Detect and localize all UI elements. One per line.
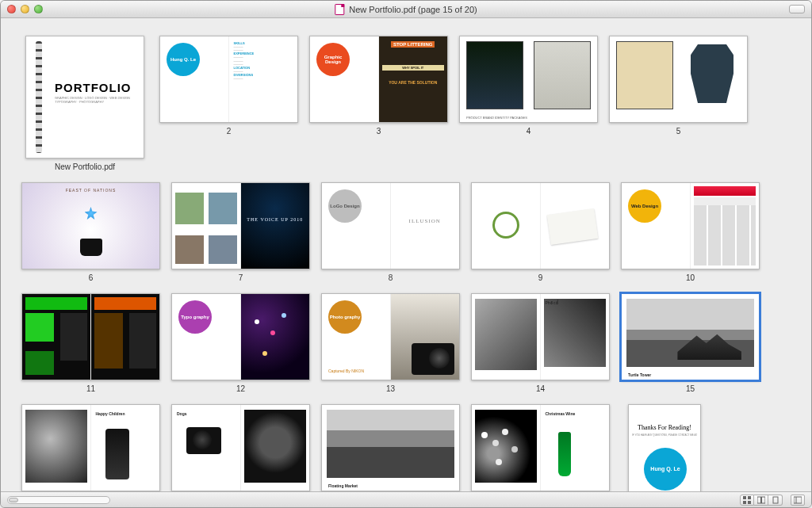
page-number: 8 xyxy=(389,273,393,282)
caption: Floating Market xyxy=(328,483,358,488)
caption: Happy Children xyxy=(96,411,125,416)
sidebar-toggle-button[interactable] xyxy=(791,495,805,506)
page-thumb-15[interactable]: Turtle Tower 15 xyxy=(621,293,760,393)
spiral-binding-icon xyxy=(36,41,42,153)
section-badge: Photo graphy xyxy=(328,300,362,334)
svg-rect-2 xyxy=(743,501,746,504)
svg-rect-3 xyxy=(748,501,751,504)
lens-icon xyxy=(105,429,129,479)
page-thumb-2[interactable]: Hung Q. Le SKILLS ———————— EXPERIENCE ——… xyxy=(159,36,298,171)
author-badge: Hung Q. Le xyxy=(644,448,687,491)
page-number: 3 xyxy=(377,127,381,136)
traffic-lights xyxy=(7,5,43,13)
svg-rect-5 xyxy=(761,497,765,503)
toolbar-toggle-button[interactable] xyxy=(789,5,805,13)
svg-rect-4 xyxy=(757,497,761,503)
page-thumb-12[interactable]: Typo graphy 12 xyxy=(171,293,310,393)
section-badge: Graphic Design xyxy=(316,43,350,76)
svg-rect-0 xyxy=(743,496,746,499)
zoom-slider[interactable] xyxy=(7,496,110,504)
page-thumb-7[interactable]: THE VOICE UP 2010 7 xyxy=(171,182,310,282)
page-number: 10 xyxy=(686,273,695,282)
window-title: New Portfolio.pdf (page 15 of 20) xyxy=(335,4,477,15)
page-thumb-3[interactable]: Graphic Design STOP LITTERING WHY SPOIL … xyxy=(309,36,448,171)
svg-rect-1 xyxy=(748,496,751,499)
minimize-button[interactable] xyxy=(21,5,29,13)
poster-title: THE VOICE UP 2010 xyxy=(241,217,310,222)
page-thumb-5[interactable]: 5 xyxy=(609,36,748,171)
title-text: New Portfolio.pdf (page 15 of 20) xyxy=(349,5,477,14)
caption: Turtle Tower xyxy=(628,372,651,377)
bottle-icon xyxy=(558,432,571,476)
section-badge: Web Design xyxy=(628,189,661,223)
page-number: 14 xyxy=(536,384,545,393)
section-badge: Typo graphy xyxy=(178,300,212,334)
page-thumb-6[interactable]: FEAST OF NATIONS 6 xyxy=(21,182,160,282)
page-number: 5 xyxy=(676,127,681,136)
camera-icon xyxy=(186,427,221,454)
page-thumb-16[interactable]: Happy Children 16 xyxy=(21,404,160,491)
pdf-icon xyxy=(335,4,344,15)
titlebar: New Portfolio.pdf (page 15 of 20) xyxy=(1,1,811,18)
page-number: 4 xyxy=(527,127,531,136)
page-thumb-8[interactable]: LoGo Design ILLUSION 8 xyxy=(321,182,460,282)
page-filename: New Portfolio.pdf xyxy=(55,162,115,171)
page-thumb-19[interactable]: Christmas Wine 19 xyxy=(471,404,610,491)
page-thumb-1[interactable]: PORTFOLIO GRAPHIC DESIGN · LOGO DESIGN ·… xyxy=(21,36,148,171)
contact-sheet[interactable]: PORTFOLIO GRAPHIC DESIGN · LOGO DESIGN ·… xyxy=(1,18,811,491)
cover-title: PORTFOLIO xyxy=(55,81,137,94)
preview-window: New Portfolio.pdf (page 15 of 20) PORTFO… xyxy=(0,0,812,508)
svg-rect-7 xyxy=(794,497,802,503)
caption: Dogs xyxy=(177,411,187,416)
closing-sub: IF YOU HAVE ANY QUESTIONS, PLEASE CONTAC… xyxy=(629,434,700,437)
zoom-button[interactable] xyxy=(34,5,43,13)
svg-rect-6 xyxy=(773,497,778,503)
page-thumb-9[interactable]: 9 xyxy=(471,182,610,282)
page-number: 9 xyxy=(538,273,543,282)
page-thumb-14[interactable]: Phố cổ 14 xyxy=(471,293,610,393)
caption: Phố cổ xyxy=(546,300,558,305)
page-number: 2 xyxy=(227,127,232,136)
page-number: 12 xyxy=(236,384,245,393)
page-number: 13 xyxy=(386,384,395,393)
cover-subtitle: GRAPHIC DESIGN · LOGO DESIGN · WEB DESIG… xyxy=(55,96,137,104)
page-number: 6 xyxy=(89,273,94,282)
page-thumb-17[interactable]: Dogs 17 xyxy=(171,404,310,491)
page-thumb-4[interactable]: PRODUCT BRAND IDENTITY PACKAGES 4 xyxy=(459,36,598,171)
view-mode-thumbnails-button[interactable] xyxy=(740,495,754,506)
section-badge: LoGo Design xyxy=(328,189,362,223)
heading: FEAST OF NATIONS xyxy=(22,188,159,193)
page-number: 7 xyxy=(239,273,243,282)
hat-icon xyxy=(80,239,102,256)
page-thumb-18[interactable]: Floating Market 18 xyxy=(321,404,460,491)
page-thumb-11[interactable]: 11 xyxy=(21,293,160,393)
closing-heading: Thanks For Reading! xyxy=(629,424,700,431)
page-thumb-20[interactable]: Thanks For Reading! IF YOU HAVE ANY QUES… xyxy=(621,404,708,491)
caption: Christmas Wine xyxy=(546,411,576,416)
view-mode-two-page-button[interactable] xyxy=(754,495,768,506)
view-mode-single-page-button[interactable] xyxy=(768,495,783,506)
close-button[interactable] xyxy=(7,5,16,13)
page-number: 15 xyxy=(686,384,695,393)
page-thumb-13[interactable]: Photo graphy Captured By NIKON 13 xyxy=(321,293,460,393)
caption: Captured By NIKON xyxy=(328,369,364,373)
statusbar xyxy=(1,491,811,507)
camera-icon xyxy=(412,343,454,375)
logo-text: ILLUSION xyxy=(391,218,460,224)
page-number: 11 xyxy=(86,384,95,393)
author-badge: Hung Q. Le xyxy=(167,43,200,76)
page-thumb-10[interactable]: Web Design 10 xyxy=(621,182,760,282)
